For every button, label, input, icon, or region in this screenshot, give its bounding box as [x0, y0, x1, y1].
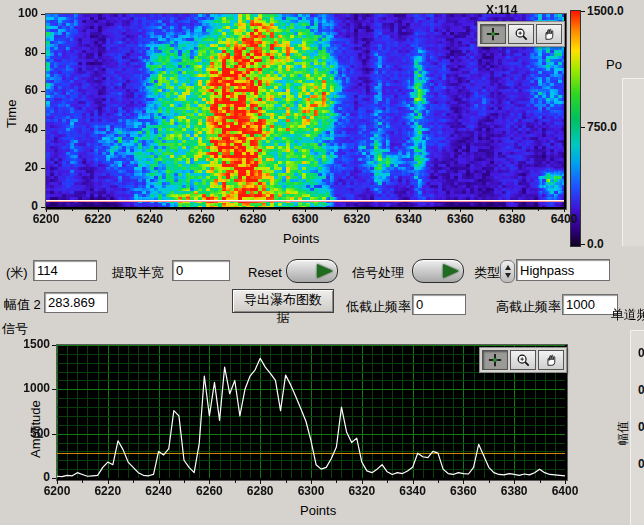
waterfall-x-minortick [227, 208, 228, 211]
waterfall-x-tick-label: 6280 [233, 212, 273, 226]
crosshair-tool-button[interactable] [480, 24, 506, 44]
waterfall-x-tick [512, 208, 513, 212]
signal-x-tick [57, 480, 58, 484]
signal-x-tick-label: 6220 [88, 484, 128, 498]
crosshair-tool-button-2[interactable] [482, 350, 508, 370]
signal-x-minortick [286, 480, 287, 483]
signal-processing-switch[interactable] [412, 259, 464, 283]
waterfall-y-tick [41, 130, 45, 131]
waterfall-x-minortick [279, 208, 280, 211]
waterfall-x-tick-label: 6360 [440, 212, 480, 226]
filter-type-input[interactable] [516, 259, 610, 281]
waterfall-x-minortick [486, 208, 487, 211]
signal-x-tick [260, 480, 261, 484]
export-waterfall-data-button[interactable]: 导出瀑布图数据 [232, 289, 334, 313]
signal-x-tick-label: 6400 [545, 484, 585, 498]
waterfall-x-tick [253, 208, 254, 212]
waterfall-x-tick [460, 208, 461, 212]
waterfall-y-tick [41, 207, 45, 208]
signal-x-tick-label: 6380 [494, 484, 534, 498]
colorbar-max-label: 1500.0 [587, 4, 624, 18]
right-clipped-text-top: Po [606, 57, 622, 72]
waterfall-y-tick-label: 0 [6, 199, 38, 213]
waterfall-x-tick-label: 6380 [492, 212, 532, 226]
reset-switch[interactable] [286, 259, 338, 283]
right-clipped-tick: 0 [638, 346, 644, 360]
waterfall-y-tick [41, 168, 45, 169]
waterfall-x-minortick [176, 208, 177, 211]
waterfall-x-tick [98, 208, 99, 212]
labview-front-panel: Time X:114 Points Po 1500.0 750.0 0.0 (米… [0, 0, 644, 525]
waterfall-x-tick [305, 208, 306, 212]
waterfall-x-tick [357, 208, 358, 212]
signal-x-tick-label: 6320 [342, 484, 382, 498]
pan-tool-button-2[interactable] [538, 350, 564, 370]
colorbar-mid-label: 750.0 [587, 120, 617, 134]
processing-label: 信号处理 [352, 264, 404, 282]
spinner-up-icon [505, 265, 511, 270]
waterfall-x-tick [564, 208, 565, 212]
right-clipped-tick: 0 [638, 383, 644, 397]
signal-x-tick [159, 480, 160, 484]
meters-input[interactable] [33, 260, 97, 281]
hand-icon [544, 353, 558, 367]
signal-x-tick-label: 6200 [37, 484, 77, 498]
signal-x-tick [514, 480, 515, 484]
colorbar-tick [581, 11, 585, 12]
amplitude2-input[interactable] [44, 292, 108, 313]
waterfall-x-tick [201, 208, 202, 212]
waterfall-x-tick-label: 6260 [181, 212, 221, 226]
waterfall-y-tick-label: 40 [6, 122, 38, 136]
signal-x-tick-label: 6300 [291, 484, 331, 498]
signal-x-minortick [540, 480, 541, 483]
colorbar-min-label: 0.0 [587, 237, 604, 251]
signal-x-minortick [184, 480, 185, 483]
waterfall-y-tick-label: 100 [6, 6, 38, 20]
waterfall-x-minortick [331, 208, 332, 211]
signal-chart-title: 信号 [2, 320, 28, 338]
waterfall-x-tick [150, 208, 151, 212]
signal-x-minortick [82, 480, 83, 483]
half-width-input[interactable] [172, 260, 230, 281]
waterfall-x-tick-label: 6340 [389, 212, 429, 226]
magnifier-icon [514, 27, 528, 41]
magnifier-icon [516, 353, 530, 367]
signal-y-tick [52, 478, 56, 479]
waterfall-x-minortick [383, 208, 384, 211]
high-cutoff-input[interactable] [562, 294, 618, 315]
hand-icon [542, 27, 556, 41]
signal-y-tick-label: 500 [14, 426, 50, 440]
right-clipped-panel-top [622, 78, 644, 246]
signal-y-tick-label: 0 [14, 470, 50, 484]
right-clipped-text-mid: 单道频 [611, 306, 644, 324]
signal-x-minortick [438, 480, 439, 483]
colorbar-tick [581, 244, 585, 245]
waterfall-y-tick [41, 14, 45, 15]
processing-switch-arrow-icon [443, 264, 459, 278]
signal-x-tick [362, 480, 363, 484]
signal-x-tick-label: 6340 [393, 484, 433, 498]
signal-graph-palette [479, 347, 567, 373]
low-cutoff-input[interactable] [412, 294, 466, 315]
signal-x-tick [463, 480, 464, 484]
pan-tool-button[interactable] [536, 24, 562, 44]
type-spinner[interactable] [500, 260, 515, 283]
waterfall-x-axis-title: Points [283, 231, 319, 246]
right-clipped-tick: 0 [638, 457, 644, 471]
signal-x-axis-title: Points [300, 503, 336, 518]
waterfall-x-tick-label: 6320 [337, 212, 377, 226]
right-clipped-tick: 0 [638, 420, 644, 434]
waterfall-x-minortick [435, 208, 436, 211]
signal-x-tick-label: 6280 [240, 484, 280, 498]
meters-label: (米) [6, 264, 28, 282]
signal-y-tick-label: 1500 [14, 337, 50, 351]
zoom-tool-button-2[interactable] [510, 350, 536, 370]
signal-x-tick [108, 480, 109, 484]
colorbar-tick [581, 127, 585, 128]
signal-y-tick [52, 389, 56, 390]
right-clipped-ylabel: 幅值 [615, 421, 632, 445]
signal-x-tick-label: 6260 [189, 484, 229, 498]
type-label: 类型 [474, 264, 500, 282]
zoom-tool-button[interactable] [508, 24, 534, 44]
signal-x-minortick [133, 480, 134, 483]
